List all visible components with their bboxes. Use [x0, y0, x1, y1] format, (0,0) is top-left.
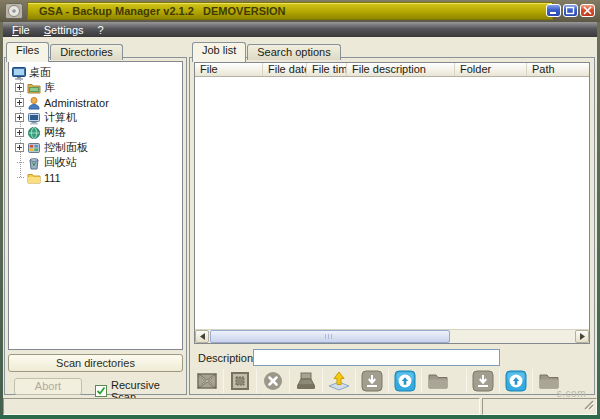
toolbar-separator	[466, 369, 467, 393]
abort-button[interactable]: Abort	[14, 378, 82, 395]
download-gray-icon	[471, 369, 495, 393]
maximize-icon	[566, 6, 575, 15]
folder-icon	[27, 171, 41, 185]
tab-job-list[interactable]: Job list	[192, 42, 246, 62]
status-bar	[3, 398, 597, 415]
user-icon	[27, 96, 41, 110]
job-list-view: File File date File time File descriptio…	[194, 62, 590, 344]
job-list-body[interactable]	[195, 78, 589, 329]
right-tabstrip: Job list Search options	[192, 42, 342, 60]
column-file-description[interactable]: File description	[347, 63, 455, 76]
control-panel-icon	[27, 141, 41, 155]
status-panel-1	[3, 398, 480, 415]
left-tabstrip: Files Directories	[6, 42, 124, 60]
toolbar-separator	[355, 369, 356, 393]
description-label: Description	[198, 352, 253, 364]
tree-item-111[interactable]: 111	[9, 170, 182, 185]
select-frame-button[interactable]	[225, 368, 255, 394]
menu-bar: File Settings ?	[0, 22, 600, 37]
toolbar-separator	[289, 369, 290, 393]
toolbar-separator	[223, 369, 224, 393]
tab-files[interactable]: Files	[6, 42, 49, 62]
discard-box-button[interactable]	[192, 368, 222, 394]
tree-item-administrator[interactable]: Administrator	[9, 95, 182, 110]
scroll-left-button[interactable]	[195, 330, 209, 343]
scrollbar-thumb[interactable]	[210, 330, 450, 343]
resize-grip[interactable]	[582, 398, 595, 413]
tree-item-network[interactable]: 网络	[9, 125, 182, 140]
tree-item-computer[interactable]: 计算机	[9, 110, 182, 125]
tab-directories[interactable]: Directories	[50, 44, 123, 60]
expand-icon[interactable]	[15, 98, 24, 107]
toolbar-separator	[499, 369, 500, 393]
download-gray-icon	[360, 369, 384, 393]
left-panel: 桌面 库 Administrator 计算机 网络	[4, 57, 187, 395]
minimize-button[interactable]	[546, 4, 561, 17]
print-job-button[interactable]	[291, 368, 321, 394]
recursive-scan-checkbox[interactable]	[95, 385, 107, 397]
description-input[interactable]	[253, 349, 500, 366]
libraries-icon	[27, 81, 41, 95]
tab-search-options[interactable]: Search options	[247, 44, 340, 60]
tree-item-recycle-bin[interactable]: 回收站	[9, 155, 182, 170]
tree-item-libraries[interactable]: 库	[9, 80, 182, 95]
folder-gray-icon	[426, 369, 450, 393]
toolbar-separator	[421, 369, 422, 393]
upload-job-button[interactable]	[390, 368, 420, 394]
import-job-button[interactable]	[357, 368, 387, 394]
window-border-bottom	[0, 415, 600, 419]
expand-icon[interactable]	[15, 143, 24, 152]
scan-directories-button[interactable]: Scan directories	[8, 354, 183, 372]
horizontal-scrollbar	[195, 329, 589, 343]
menu-settings[interactable]: Settings	[37, 23, 91, 37]
expand-icon[interactable]	[15, 83, 24, 92]
app-window: GSA - Backup Manager v2.1.2 DEMOVERSION …	[0, 0, 600, 419]
network-icon	[27, 126, 41, 140]
check-icon	[96, 386, 106, 396]
job-list-header: File File date File time File descriptio…	[195, 63, 589, 77]
app-disc-icon	[5, 3, 23, 19]
title-bar: GSA - Backup Manager v2.1.2 DEMOVERSION	[0, 0, 600, 22]
column-path[interactable]: Path	[527, 63, 589, 76]
column-file-date[interactable]: File date	[263, 63, 307, 76]
expand-icon[interactable]	[15, 113, 24, 122]
description-row: Description	[196, 349, 588, 367]
desktop-icon	[12, 66, 26, 80]
open-job-folder-button[interactable]	[423, 368, 453, 394]
toolbar-separator	[532, 369, 533, 393]
maximize-button[interactable]	[563, 4, 578, 17]
tree-connector	[15, 170, 24, 185]
scroll-right-button[interactable]	[575, 330, 589, 343]
expand-icon[interactable]	[15, 128, 24, 137]
delete-circle-icon	[261, 369, 285, 393]
menu-file[interactable]: File	[5, 23, 37, 37]
delete-button[interactable]	[258, 368, 288, 394]
menu-help[interactable]: ?	[91, 23, 111, 37]
toolbar-separator	[256, 369, 257, 393]
watermark: s.com	[557, 388, 586, 399]
window-controls	[546, 4, 595, 17]
minimize-icon	[550, 6, 558, 15]
import-file-button[interactable]	[468, 368, 498, 394]
scroll-left-icon	[200, 333, 205, 340]
close-icon	[583, 6, 592, 15]
window-border-left	[0, 22, 3, 419]
print-job-icon	[294, 369, 318, 393]
upload-blue-icon	[393, 369, 417, 393]
window-title: GSA - Backup Manager v2.1.2 DEMOVERSION	[27, 2, 553, 20]
scroll-right-icon	[580, 333, 585, 340]
tree-item-desktop[interactable]: 桌面	[9, 65, 182, 80]
column-file[interactable]: File	[195, 63, 263, 76]
upload-file-button[interactable]	[501, 368, 531, 394]
close-button[interactable]	[580, 4, 595, 17]
select-frame-icon	[228, 369, 252, 393]
upload-blue-icon	[504, 369, 528, 393]
export-disk-icon	[327, 369, 351, 393]
column-folder[interactable]: Folder	[455, 63, 527, 76]
recycle-bin-icon	[27, 156, 41, 170]
right-panel: File File date File time File descriptio…	[189, 57, 595, 395]
export-disk-button[interactable]	[324, 368, 354, 394]
column-file-time[interactable]: File time	[307, 63, 347, 76]
job-toolbar	[192, 368, 592, 394]
tree-item-control-panel[interactable]: 控制面板	[9, 140, 182, 155]
